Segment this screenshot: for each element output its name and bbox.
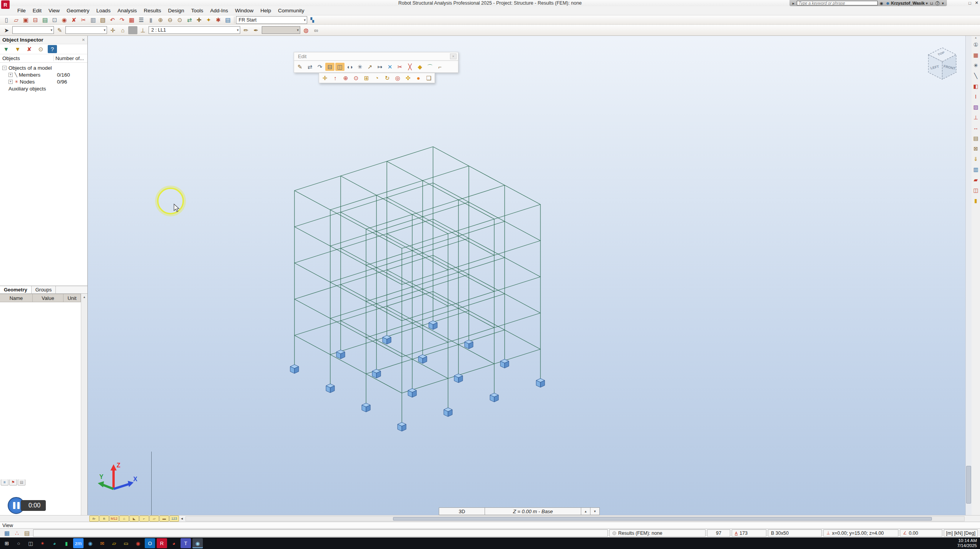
horizontal-scrollbar-thumb[interactable] [393, 517, 932, 521]
redo-icon[interactable]: ↷ [117, 16, 127, 24]
extend-icon[interactable]: ↦ [375, 63, 385, 71]
viewport-3d[interactable]: Edit ✕ ✎⇄↷⊟◫◖◗✳↗↦✕✂╳◆⌒⌐ ✛↑⊕⊙⊞◔↻◎✜●❏ TOP … [88, 36, 965, 515]
save-icon[interactable]: ▣ [21, 16, 30, 24]
stamp-attributes-icon[interactable]: ✒ [251, 26, 261, 34]
tree-row-members[interactable]: + ╲ Members 0/160 [2, 71, 87, 78]
composite-beam-icon[interactable]: ▰ [972, 175, 980, 184]
releases-icon[interactable]: ↔ [972, 123, 980, 132]
view-mode-cell[interactable]: 3D [439, 507, 485, 515]
chain-link-icon[interactable]: ∞ [311, 26, 321, 34]
zoom-app-icon[interactable]: zm [73, 538, 84, 548]
tab-panels-icon[interactable]: ▱ [149, 516, 159, 522]
edge-icon[interactable]: ◕ [49, 538, 60, 548]
openings-icon[interactable]: ⊠ [972, 144, 980, 153]
view-cube[interactable]: TOP LEFT FRONT [923, 45, 962, 82]
select-pointer-help-icon[interactable]: ➤ [2, 26, 11, 34]
display-attributes-icon[interactable]: ▤ [22, 529, 32, 537]
vertical-scrollbar[interactable] [965, 36, 972, 515]
app-icon[interactable]: R [1, 0, 10, 9]
help-lifebuoy-icon[interactable]: ◍ [301, 26, 311, 34]
start-view-combo[interactable]: FR Start ▾ [236, 16, 307, 24]
horizontal-mirror-icon[interactable]: ⊟ [325, 63, 334, 71]
tab-geometry[interactable]: Geometry [0, 286, 32, 293]
correct-combo[interactable]: ▾ [65, 26, 107, 34]
paint-attributes-icon[interactable]: ✏ [241, 26, 251, 34]
render-sphere-icon[interactable]: ● [414, 74, 423, 82]
scale-icon[interactable]: ↗ [365, 63, 375, 71]
start-icon[interactable]: ⊞ [2, 538, 12, 548]
numbering-icon[interactable]: ① [972, 40, 980, 49]
tab-dimensions-icon[interactable]: 123 [169, 516, 179, 522]
tree-row-nodes[interactable]: + ✳ Nodes 0/96 [2, 78, 87, 85]
bars-icon[interactable]: ╲ [972, 71, 980, 80]
undo-icon[interactable]: ↶ [108, 16, 117, 24]
tab-groups[interactable]: Groups [32, 286, 56, 293]
recording-app-icon[interactable]: ◉ [192, 538, 203, 548]
view-display-icon[interactable]: ▤ [223, 16, 232, 24]
structure-type-icon[interactable]: ⌂ [118, 26, 127, 34]
loads-icon[interactable]: ⇓ [972, 154, 980, 164]
edit-close-button[interactable]: ✕ [450, 54, 457, 59]
column-number-of[interactable]: Number of... [54, 55, 84, 61]
solids-icon[interactable]: ▮ [972, 196, 980, 205]
zoom-all-icon[interactable]: ⊙ [175, 16, 184, 24]
delete-icon[interactable]: ✘ [69, 16, 79, 24]
steel-profile-icon[interactable]: I [972, 92, 980, 101]
menu-item-geometry[interactable]: Geometry [63, 7, 93, 15]
preferences-icon[interactable]: ✱ [214, 16, 223, 24]
copy-icon[interactable]: ▥ [89, 16, 98, 24]
materials-icon[interactable]: ▨ [972, 102, 980, 112]
new-file-icon[interactable]: ▯ [2, 16, 11, 24]
result-tables-icon[interactable]: ▦ [972, 50, 980, 60]
oi-filter-select-icon[interactable]: ▼ [13, 45, 22, 53]
rotate-icon[interactable]: ↷ [315, 63, 324, 71]
menu-item-add-ins[interactable]: Add-Ins [207, 7, 232, 15]
onedrive-folder-icon[interactable]: ▱ [109, 538, 119, 548]
inactive-square-icon[interactable] [128, 26, 137, 34]
capture-tool-icon[interactable]: ✴ [37, 538, 48, 548]
menu-item-edit[interactable]: Edit [29, 7, 45, 15]
tab-bar-numbers-icon[interactable]: n [99, 516, 109, 522]
help-dropdown-icon[interactable]: ▾ [942, 1, 944, 5]
nodes-icon[interactable]: ✳ [972, 60, 980, 70]
sections-icon[interactable]: ◧ [972, 81, 980, 91]
expand-icon[interactable]: + [8, 73, 13, 77]
menu-item-analysis[interactable]: Analysis [114, 7, 140, 15]
load-table-icon[interactable]: ▥ [972, 164, 980, 174]
level-up-button[interactable]: ▴ [581, 507, 590, 515]
design-options-icon[interactable]: ✦ [204, 16, 213, 24]
supports-icon[interactable]: ⊥ [972, 112, 980, 122]
print-icon[interactable]: ⊟ [31, 16, 40, 24]
zoom-rotate-icon[interactable]: ⊕ [341, 74, 350, 82]
office-365-icon[interactable]: ◕ [169, 538, 179, 548]
restore-button[interactable]: □ [968, 1, 971, 5]
column-unit[interactable]: Unit [64, 294, 81, 302]
teams-icon[interactable]: T [181, 538, 191, 548]
units-field[interactable]: [m] [kN] [Deg] [944, 529, 978, 537]
view-split-icon[interactable]: ⊞ [362, 74, 371, 82]
outlook-icon[interactable]: O [145, 538, 155, 548]
zoom-out-icon[interactable]: ⊖ [166, 16, 175, 24]
select-combo[interactable]: ▾ [12, 26, 54, 34]
central-symmetry-icon[interactable]: ✳ [355, 63, 365, 71]
tab-releases-icon[interactable]: ⌐ [139, 516, 149, 522]
snap-points-icon[interactable]: ∴ [12, 529, 22, 537]
structure-wireframe[interactable] [88, 36, 965, 515]
account-menu[interactable]: ☻ Krzysztof_Wasik ▾ [886, 1, 928, 5]
toolbar-more-icon[interactable]: ▴ [972, 36, 980, 40]
grab-help-icon[interactable]: ✛ [108, 26, 117, 34]
edit-toolbar-titlebar[interactable]: Edit ✕ [294, 52, 458, 61]
people-icon[interactable]: ◉ [85, 538, 95, 548]
analysis-params-icon[interactable]: ☰ [137, 16, 146, 24]
oi-help-icon[interactable]: ? [48, 45, 57, 53]
oi-filter-clear-icon[interactable]: ✘ [25, 45, 34, 53]
print-preview-icon[interactable]: ▤ [40, 16, 50, 24]
menu-item-design[interactable]: Design [164, 7, 187, 15]
binoculars-icon[interactable]: ◉ [880, 1, 883, 5]
search-input[interactable] [797, 1, 878, 5]
orbit-icon[interactable]: ◔ [372, 74, 381, 82]
search-icon[interactable]: ○ [13, 538, 24, 548]
panel-close-icon[interactable]: ✕ [82, 38, 85, 42]
tree-row-auxiliary[interactable]: Auxiliary objects [2, 85, 87, 92]
menu-item-window[interactable]: Window [232, 7, 257, 15]
